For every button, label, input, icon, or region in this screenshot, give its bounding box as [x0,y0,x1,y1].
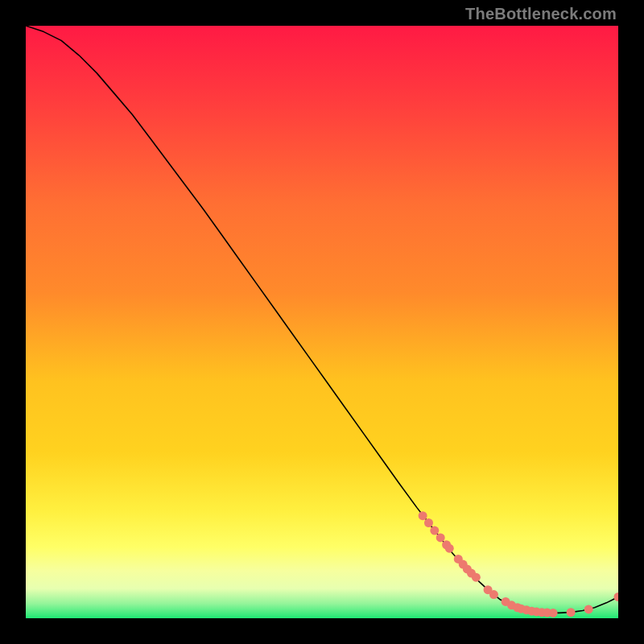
plot-area [26,26,618,618]
data-marker [489,590,498,599]
watermark-text: TheBottleneck.com [465,5,617,23]
data-marker [424,518,433,527]
data-marker [430,526,439,535]
data-marker [584,605,593,613]
chart-background [26,26,618,618]
data-marker [436,533,445,542]
data-marker [567,608,576,617]
data-marker [419,511,427,520]
data-marker [549,609,558,617]
data-marker [445,544,454,553]
chart-svg [26,26,618,618]
chart-container: TheBottleneck.com [0,0,644,644]
data-marker [472,573,481,582]
